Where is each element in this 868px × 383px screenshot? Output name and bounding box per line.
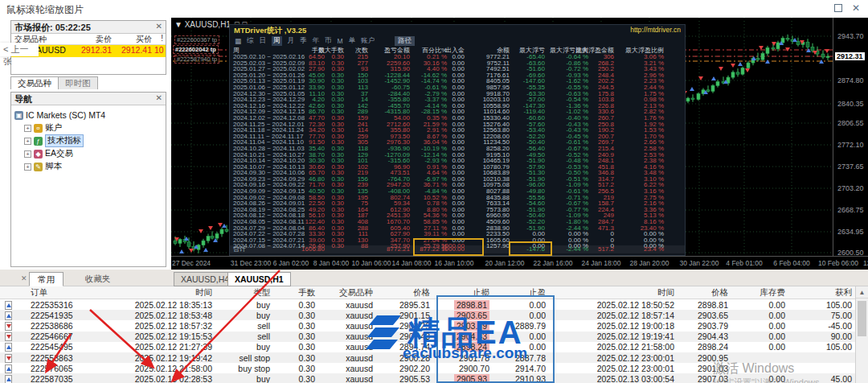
sell-order-icon	[5, 332, 12, 341]
tab-common[interactable]: 常用	[29, 272, 63, 286]
stats-toolbar-2[interactable]: 综	[247, 36, 254, 46]
buy-order-icon	[5, 364, 12, 373]
stats-toolbar: ▦综日周月季年币M单账户路径	[230, 35, 685, 46]
page-title: 鼠标滚轮缩放图片	[6, 3, 84, 17]
order-line-label: #222602042 tp	[173, 45, 219, 54]
orders-col-8[interactable]: 止盈	[493, 286, 549, 299]
orders-col-7[interactable]: 止损	[433, 286, 493, 299]
stats-rows: 2025.02.10 ~ 2025.02.1664.500.3021520.10…	[230, 54, 685, 249]
time-axis[interactable]: 27 Dec 202431 Dec 23:006 Jan 02:008 Jan …	[171, 256, 868, 270]
time-tick: 30 Jan 22:00	[679, 259, 719, 267]
stats-toolbar-10[interactable]: 单	[349, 36, 356, 46]
time-tick: 10 Feb 06:00	[818, 259, 858, 267]
spread-cell: 10	[154, 45, 166, 57]
navigator-title: 导航	[14, 94, 32, 104]
expand-icon[interactable]: +	[24, 125, 31, 132]
sidebar-item-indicators[interactable]: + ƒ 技术指标	[14, 134, 164, 147]
orders-col-3[interactable]: 类型	[215, 286, 273, 299]
current-price-label: 2912.31	[835, 52, 865, 60]
close-icon[interactable]: ✕	[156, 22, 162, 31]
order-row[interactable]: 2225454952025.02.12 21:27:39buy0.30xauus…	[0, 342, 868, 352]
time-tick: 22 Jan 16:00	[533, 259, 572, 267]
scroll-up-icon[interactable]: ▲	[856, 286, 868, 299]
orders-col-12[interactable]: 获利	[788, 286, 855, 299]
time-tick: 27 Dec 2024	[172, 259, 211, 267]
mtdriver-stats-panel: MTDriver统计 ,V3.25 http://mtdriver.cn ▦综日…	[229, 24, 686, 256]
orders-col-5[interactable]: 交易品种	[318, 286, 376, 299]
sidebar-item-experts[interactable]: + ◆ EA交易	[14, 147, 164, 160]
stats-toolbar-8[interactable]: 币	[325, 36, 332, 46]
terminal-icon: ▣	[14, 111, 23, 120]
time-tick: 31 Dec 23:00	[231, 259, 272, 267]
tab-symbols[interactable]: 交易品种	[10, 76, 59, 89]
order-line-label: #222600367 tp	[174, 35, 219, 44]
close-icon[interactable]: ✕	[21, 274, 27, 282]
price-axis[interactable]: 2943.702912.312874.802840.352806.552772.…	[833, 18, 868, 256]
price-tick: 2634.95	[837, 228, 864, 236]
stats-toolbar-7[interactable]: 年	[313, 36, 320, 46]
price-tick: 2772.10	[837, 141, 864, 149]
left-sidebar: 市场报价: 05:22:25 ✕ 交易品种卖价买价! XAUUSD 2912.3…	[0, 18, 171, 270]
orders-table-header: 订单时间类型手数交易品种价格止损止盈时间价格库存费获利	[0, 286, 868, 299]
expand-icon[interactable]: +	[24, 163, 31, 171]
tab-tick-chart[interactable]: 即时图	[59, 76, 98, 89]
maximize-icon[interactable]	[834, 4, 842, 12]
navigator-panel: 导航 ✕ ▣ IC Markets (SC) MT4 + ¤ 账户 + ƒ 技术…	[10, 92, 166, 267]
previous-image-button[interactable]: < 上一张	[0, 43, 39, 56]
price-tick: 2943.70	[837, 32, 864, 40]
tab-favorites[interactable]: 收藏夹	[77, 272, 119, 286]
stats-toolbar-6[interactable]: 季	[300, 36, 307, 46]
chart-symbol-label: ▼ XAUUSD,H1	[174, 20, 231, 29]
sidebar-item-accounts[interactable]: + ¤ 账户	[14, 121, 164, 134]
orders-col-1[interactable]: 订单	[29, 286, 85, 299]
stats-toolbar-11[interactable]: 账户	[361, 36, 375, 46]
stats-toolbar-5[interactable]: 月	[288, 36, 295, 46]
orders-col-2[interactable]: 时间	[85, 286, 215, 299]
orders-col-4[interactable]: 手数	[273, 286, 318, 299]
stats-toolbar-9[interactable]: M	[338, 37, 343, 45]
tab-chart-xauusd-h1[interactable]: XAUUSD,H1	[227, 272, 291, 286]
scroll-thumb[interactable]	[858, 301, 866, 336]
price-tick: 2840.35	[837, 100, 864, 108]
expand-icon[interactable]: +	[24, 138, 31, 145]
price-tick: 2806.55	[837, 119, 864, 127]
order-line-label: #222587940 tp	[174, 55, 219, 64]
orders-col-11[interactable]: 库存费	[731, 286, 788, 299]
orders-col-10[interactable]: 价格	[678, 286, 731, 299]
order-row[interactable]: 2225386862025.02.12 18:57:32sell0.30xauu…	[0, 320, 868, 331]
time-tick: 10 Jan 06:00	[351, 259, 391, 267]
time-tick: 8 Jan 04:00	[313, 259, 349, 267]
indicator-icon: ƒ	[34, 137, 43, 146]
viewer-titlebar: 鼠标滚轮缩放图片 ✕	[0, 0, 868, 18]
terminal-bottom: ✕ 常用 收藏夹 XAUUSD,H4 XAUUSD,H1 订单时间类型手数交易品…	[0, 270, 868, 383]
stats-toolbar-1[interactable]: ▦	[235, 37, 241, 45]
expand-icon[interactable]: +	[24, 150, 31, 158]
close-icon[interactable]: ✕	[156, 93, 162, 102]
order-row[interactable]: 2225419352025.02.12 18:53:48buy0.30xauus…	[0, 310, 868, 320]
order-row[interactable]: 2225466672025.02.12 19:15:53sell0.30xauu…	[0, 332, 868, 342]
time-tick: 20 Jan 12:00	[485, 259, 524, 267]
time-tick: 14 Jan 08:00	[391, 259, 431, 267]
order-row[interactable]: 2225353162025.02.12 18:35:13buy0.30xauus…	[0, 299, 868, 310]
buy-order-icon	[5, 343, 12, 352]
time-tick: 28 Jan 20:00	[629, 259, 669, 267]
stats-toolbar-3[interactable]: 日	[260, 36, 267, 46]
orders-col-6[interactable]: 价格	[376, 286, 433, 299]
activate-windows-text: 激活 Windows	[713, 360, 794, 377]
stats-url: http://mtdriver.cn	[630, 26, 681, 35]
stats-total-row: 合计1606.808772.21877.22 %1000.00-147.6-2.…	[230, 245, 685, 253]
sidebar-item-scripts[interactable]: + ✎ 脚本	[14, 160, 164, 173]
scrollbar[interactable]: ▲	[855, 286, 868, 383]
orders-col-9[interactable]: 时间	[549, 286, 678, 299]
stats-toolbar-4[interactable]: 周	[272, 36, 282, 46]
stats-toolbar-12[interactable]: 路径	[395, 36, 415, 46]
nav-root-account[interactable]: ▣ IC Markets (SC) MT4	[14, 109, 164, 121]
price-tick: 2874.80	[837, 76, 864, 84]
close-icon[interactable]: ✕	[852, 2, 860, 14]
time-tick: 24 Jan 18:00	[581, 259, 620, 267]
accounts-icon: ¤	[34, 124, 43, 133]
chart-area[interactable]: ▼ XAUUSD,H1 ⊡⊡ #222600367 tp #222602042 …	[171, 18, 868, 270]
activate-windows-subtext: 转到"设置"以激活 Windows。	[713, 377, 829, 383]
ask-cell: 2912.41	[114, 45, 154, 57]
expert-advisor-icon: ◆	[34, 150, 43, 159]
